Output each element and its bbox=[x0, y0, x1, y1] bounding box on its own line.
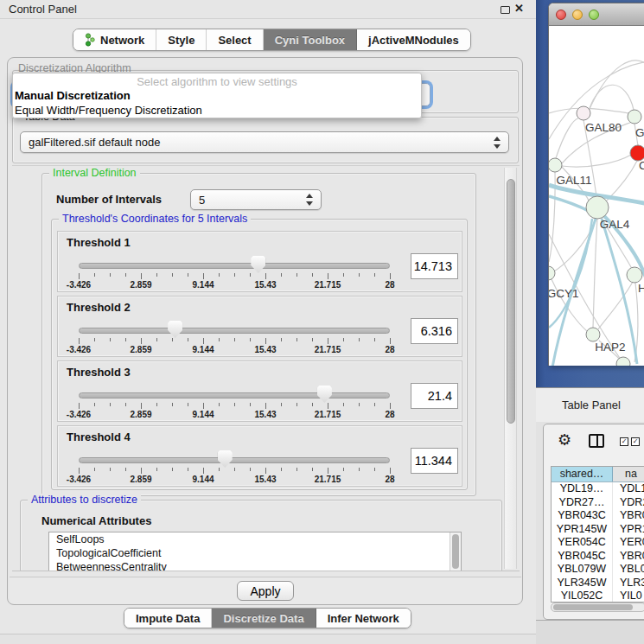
tab-jactivemnodules[interactable]: jActiveMNodules bbox=[357, 29, 470, 50]
network-view[interactable]: GAL80GACGAL11GAL4GCY1HHAP2 bbox=[549, 27, 644, 366]
threshold-value-box[interactable]: 21.4 bbox=[411, 383, 458, 409]
apply-button[interactable]: Apply bbox=[237, 581, 294, 601]
network-edge[interactable] bbox=[562, 155, 631, 167]
minimize-traffic-light-icon[interactable] bbox=[572, 10, 583, 20]
ruler-tick bbox=[79, 403, 80, 409]
ruler-tick bbox=[343, 338, 344, 341]
network-tab-icon bbox=[85, 33, 96, 47]
column-header-name[interactable]: na bbox=[613, 467, 644, 481]
ruler-tick bbox=[390, 273, 391, 279]
table-row[interactable]: YER054CYER0 bbox=[552, 536, 644, 550]
ruler-label: 15.43 bbox=[254, 345, 276, 354]
ruler-tick bbox=[156, 468, 157, 471]
ruler-tick bbox=[328, 403, 328, 409]
bottom-tab-discretize-data[interactable]: Discretize Data bbox=[212, 609, 316, 628]
network-edge[interactable] bbox=[607, 161, 637, 201]
network-node[interactable] bbox=[586, 328, 600, 341]
close-traffic-light-icon[interactable] bbox=[556, 10, 566, 20]
table-panel-titlebar: Table Panel bbox=[536, 387, 644, 422]
cell-name: YDL1 bbox=[613, 482, 644, 496]
cell-name: YBR0 bbox=[613, 509, 644, 523]
horizontal-scrollbar[interactable] bbox=[551, 603, 644, 612]
scrollbar-thumb[interactable] bbox=[452, 534, 459, 569]
ruler-tick bbox=[296, 273, 297, 277]
network-canvas[interactable]: GAL80GACGAL11GAL4GCY1HHAP2 bbox=[549, 27, 644, 366]
tab-cyni-toolbox[interactable]: Cyni Toolbox bbox=[264, 29, 357, 50]
table-row[interactable]: YPR145WYPR1 bbox=[552, 523, 644, 537]
ruler-tick bbox=[125, 468, 126, 471]
bottom-tab-infer-network[interactable]: Infer Network bbox=[316, 609, 411, 628]
ruler-label: 21.715 bbox=[315, 280, 341, 290]
table-data-combobox[interactable]: galFiltered.sif default node bbox=[20, 131, 509, 153]
network-window-titlebar[interactable] bbox=[549, 3, 644, 26]
dropdown-option-manual[interactable]: Manual Discretization bbox=[13, 89, 421, 104]
attribute-item[interactable]: SelfLoops bbox=[49, 532, 461, 546]
ruler-tick bbox=[125, 403, 126, 406]
network-edge[interactable] bbox=[556, 118, 578, 158]
gear-icon[interactable]: ⚙ bbox=[558, 431, 571, 449]
scrollbar-thumb[interactable] bbox=[507, 179, 515, 424]
slider-track[interactable] bbox=[79, 392, 390, 399]
slider-track[interactable] bbox=[79, 457, 390, 463]
number-of-intervals-combobox[interactable]: 5 bbox=[190, 189, 322, 210]
attributes-listbox[interactable]: SelfLoopsTopologicalCoefficientBetweenne… bbox=[48, 532, 462, 571]
table-row[interactable]: YBR043CYBR0 bbox=[552, 509, 644, 523]
bottom-tab-label: Impute Data bbox=[136, 612, 200, 625]
table-row[interactable]: YBL079WYBL0 bbox=[552, 563, 644, 577]
network-node[interactable] bbox=[549, 158, 562, 172]
split-view-icon[interactable] bbox=[589, 434, 604, 448]
attribute-item[interactable]: BetweennessCentrality bbox=[49, 560, 461, 571]
ruler-tick bbox=[79, 273, 80, 279]
tab-select[interactable]: Select bbox=[207, 29, 263, 50]
table-row[interactable]: YIL052CYIL0 bbox=[552, 590, 644, 603]
tab-network[interactable]: Network bbox=[73, 29, 156, 50]
slider-thumb[interactable] bbox=[168, 321, 182, 338]
network-edge[interactable] bbox=[598, 282, 633, 329]
network-edge[interactable] bbox=[587, 61, 644, 115]
table-row[interactable]: YDL19…YDL1 bbox=[552, 482, 644, 496]
threshold-value-box[interactable]: 14.713 bbox=[411, 253, 458, 279]
select-all-icon[interactable]: ✓ bbox=[631, 437, 640, 446]
dropdown-option-equal-width[interactable]: Equal Width/Frequency Discretization bbox=[13, 104, 421, 118]
ruler-label: 28 bbox=[385, 475, 394, 484]
table-row[interactable]: YDR27…YDR2 bbox=[552, 496, 644, 510]
vertical-scrollbar[interactable] bbox=[504, 168, 517, 569]
network-node[interactable] bbox=[577, 106, 590, 120]
node-label: GAL4 bbox=[600, 218, 630, 231]
tab-style[interactable]: Style bbox=[156, 29, 207, 50]
control-panel: Control Panel ✕ NetworkStyleSelectCyni T… bbox=[0, 0, 536, 644]
select-columns-icon[interactable]: ✓ bbox=[620, 437, 628, 446]
close-icon[interactable]: ✕ bbox=[514, 2, 524, 15]
network-node[interactable] bbox=[549, 266, 555, 280]
tab-label: Cyni Toolbox bbox=[275, 34, 345, 47]
column-header-shared-name[interactable]: shared… bbox=[552, 467, 613, 481]
ruler-tick bbox=[343, 468, 344, 471]
table-row[interactable]: YLR345WYLR3 bbox=[552, 577, 644, 590]
network-edge[interactable] bbox=[593, 219, 597, 328]
network-node[interactable] bbox=[627, 267, 642, 283]
network-edge[interactable] bbox=[552, 219, 596, 272]
bottom-tab-label: Infer Network bbox=[328, 612, 399, 625]
slider-thumb[interactable] bbox=[218, 450, 233, 468]
network-node[interactable] bbox=[586, 196, 609, 219]
table-panel-title: Table Panel bbox=[562, 399, 621, 411]
slider-track[interactable] bbox=[79, 328, 390, 334]
network-node[interactable] bbox=[628, 110, 641, 124]
table-row[interactable]: YBR045CYBR0 bbox=[552, 550, 644, 564]
threshold-row-3: Threshold 3-3.4262.8599.14415.4321.71528… bbox=[57, 360, 462, 422]
slider-thumb[interactable] bbox=[317, 386, 332, 403]
zoom-traffic-light-icon[interactable] bbox=[589, 10, 599, 20]
threshold-title: Threshold 2 bbox=[67, 301, 131, 314]
threshold-value-box[interactable]: 11.344 bbox=[411, 448, 458, 474]
float-window-icon[interactable] bbox=[501, 6, 510, 14]
threshold-value-box[interactable]: 6.316 bbox=[411, 318, 458, 344]
attributes-scrollbar[interactable] bbox=[450, 532, 461, 571]
ruler-label: 2.859 bbox=[130, 280, 151, 290]
slider-thumb[interactable] bbox=[251, 256, 265, 273]
node-label: GAL80 bbox=[585, 121, 622, 134]
node-label: HAP2 bbox=[595, 341, 625, 354]
scrollbar-thumb[interactable] bbox=[553, 604, 633, 610]
attribute-item[interactable]: TopologicalCoefficient bbox=[49, 546, 461, 560]
slider-track[interactable] bbox=[79, 263, 390, 269]
bottom-tab-impute-data[interactable]: Impute Data bbox=[124, 609, 212, 628]
